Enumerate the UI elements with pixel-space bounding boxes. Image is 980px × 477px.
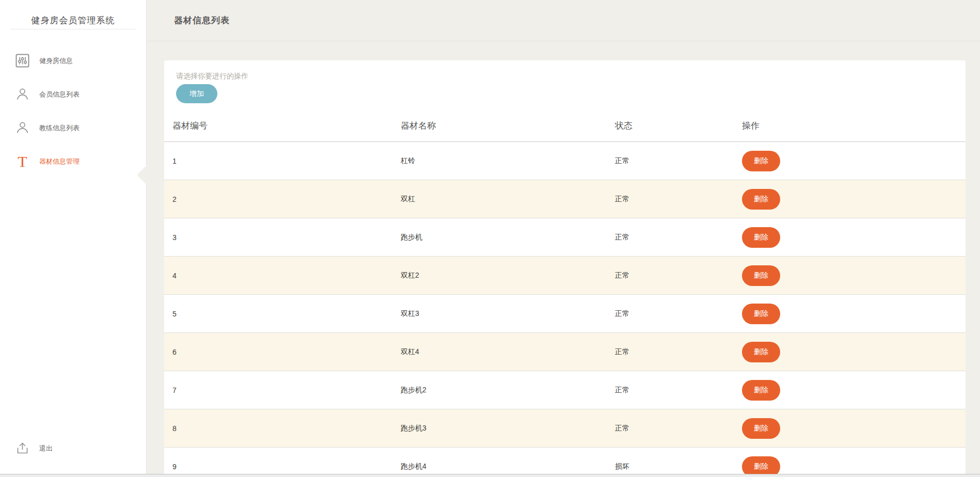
- delete-button[interactable]: 删除: [742, 227, 780, 248]
- table-row: 8 跑步机3 正常 删除: [164, 409, 966, 448]
- sidebar-item-label: 会员信息列表: [39, 90, 80, 99]
- table-header-row: 器材编号 器材名称 状态 操作: [164, 103, 966, 142]
- column-header-action: 操作: [742, 120, 966, 132]
- sidebar-item-gym-info[interactable]: 健身房信息: [0, 44, 146, 77]
- delete-button[interactable]: 删除: [742, 418, 780, 439]
- delete-button[interactable]: 删除: [742, 342, 780, 362]
- add-button[interactable]: 增加: [176, 84, 217, 103]
- logout-label: 退出: [39, 444, 53, 453]
- sliders-icon: [15, 54, 29, 68]
- cell-status: 正常: [615, 233, 742, 242]
- sidebar-menu: 健身房信息 会员信息列表 教练信息列表 T: [0, 44, 146, 178]
- cell-id: 8: [172, 424, 401, 433]
- content-card: 请选择你要进行的操作 增加 器材编号 器材名称 状态 操作 1 杠铃 正常 删除…: [164, 60, 966, 477]
- page-header: 器材信息列表: [147, 0, 980, 41]
- table-row: 6 双杠4 正常 删除: [164, 333, 966, 371]
- delete-button[interactable]: 删除: [742, 189, 780, 210]
- cell-id: 1: [172, 157, 401, 165]
- delete-button[interactable]: 删除: [742, 304, 780, 324]
- actions-area: 请选择你要进行的操作 增加: [164, 60, 966, 103]
- logout-icon: [15, 441, 29, 455]
- cell-status: 正常: [615, 347, 742, 357]
- delete-button[interactable]: 删除: [742, 265, 780, 286]
- cell-id: 3: [172, 233, 401, 242]
- table-row: 2 双杠 正常 删除: [164, 180, 966, 218]
- sidebar: 健身房会员管理系统 健身房信息: [0, 0, 147, 474]
- cell-name: 双杠2: [401, 271, 615, 280]
- sidebar-item-members[interactable]: 会员信息列表: [0, 77, 146, 111]
- table-row: 9 跑步机4 损坏 删除: [164, 448, 966, 477]
- cell-id: 9: [172, 463, 401, 471]
- cell-status: 损坏: [615, 462, 742, 471]
- sidebar-item-label: 教练信息列表: [39, 123, 80, 133]
- page-title: 器材信息列表: [174, 14, 230, 26]
- equipment-t-icon: T: [15, 154, 29, 168]
- cell-status: 正常: [615, 424, 742, 433]
- delete-button[interactable]: 删除: [742, 380, 780, 401]
- app-title: 健身房会员管理系统: [0, 0, 146, 29]
- cell-name: 跑步机2: [401, 386, 615, 395]
- table-body: 1 杠铃 正常 删除 2 双杠 正常 删除 3 跑步机 正常 删除 4 双杠2 …: [164, 142, 966, 477]
- column-header-status: 状态: [615, 120, 742, 132]
- table-row: 3 跑步机 正常 删除: [164, 218, 966, 257]
- cell-status: 正常: [615, 386, 742, 395]
- cell-status: 正常: [615, 156, 742, 166]
- cell-name: 跑步机: [401, 233, 615, 242]
- delete-button[interactable]: 删除: [742, 151, 780, 171]
- cell-name: 双杠3: [401, 309, 615, 319]
- cell-id: 2: [172, 195, 401, 203]
- cell-id: 4: [172, 272, 401, 280]
- cell-id: 7: [172, 386, 401, 394]
- action-prompt: 请选择你要进行的操作: [176, 71, 966, 81]
- sidebar-item-label: 健身房信息: [39, 56, 73, 66]
- sidebar-item-label: 器材信息管理: [39, 157, 80, 166]
- table-row: 1 杠铃 正常 删除: [164, 142, 966, 180]
- cell-status: 正常: [615, 309, 742, 319]
- cell-status: 正常: [615, 195, 742, 204]
- horizontal-scrollbar[interactable]: [0, 474, 980, 477]
- table-row: 5 双杠3 正常 删除: [164, 295, 966, 333]
- cell-name: 跑步机4: [401, 462, 615, 471]
- table-row: 4 双杠2 正常 删除: [164, 257, 966, 295]
- sidebar-divider: [10, 29, 136, 29]
- sidebar-item-coaches[interactable]: 教练信息列表: [0, 111, 146, 145]
- coach-icon: [15, 121, 29, 135]
- cell-id: 5: [172, 310, 401, 318]
- cell-name: 双杠: [401, 195, 615, 204]
- main-content: 器材信息列表 请选择你要进行的操作 增加 器材编号 器材名称 状态 操作 1 杠…: [147, 0, 980, 477]
- column-header-name: 器材名称: [401, 120, 615, 132]
- member-icon: [15, 87, 29, 101]
- cell-id: 6: [172, 348, 401, 356]
- cell-status: 正常: [615, 271, 742, 280]
- cell-name: 跑步机3: [401, 424, 615, 433]
- cell-name: 杠铃: [401, 156, 615, 166]
- sidebar-item-equipment[interactable]: T 器材信息管理: [0, 145, 146, 178]
- logout-button[interactable]: 退出: [0, 432, 146, 465]
- cell-name: 双杠4: [401, 347, 615, 357]
- table-row: 7 跑步机2 正常 删除: [164, 371, 966, 409]
- column-header-id: 器材编号: [172, 120, 401, 132]
